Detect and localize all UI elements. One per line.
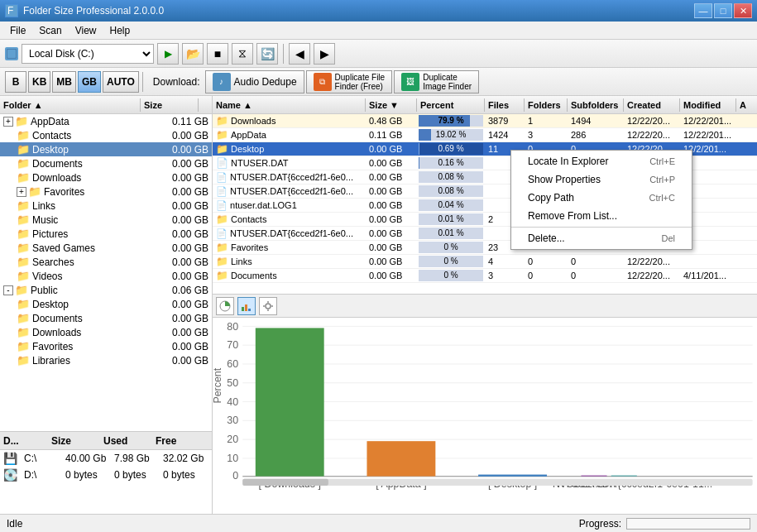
back-button[interactable]: ◀: [289, 43, 310, 65]
tree-label: Favorites: [32, 341, 154, 352]
open-button[interactable]: 📂: [182, 43, 204, 65]
ctx-locate-explorer[interactable]: Locate In Explorer Ctrl+E: [511, 152, 692, 170]
expand-icon[interactable]: +: [17, 187, 26, 197]
tree-node-pub-desktop[interactable]: 📁 Desktop 0.00 GB: [0, 297, 212, 311]
tree-node-music[interactable]: 📁 Music 0.00 GB: [0, 213, 212, 227]
tree-node-favorites[interactable]: + 📁 Favorites 0.00 GB: [0, 185, 212, 199]
file-row-documents[interactable]: 📁 Documents 0.00 GB 0 % 3 0 0 12/22/20..…: [213, 269, 757, 283]
size-gb-button[interactable]: GB: [78, 71, 101, 93]
tree-node-savedgames[interactable]: 📁 Saved Games 0.00 GB: [0, 241, 212, 255]
tree-node-pub-favorites[interactable]: 📁 Favorites 0.00 GB: [0, 339, 212, 353]
tree-label: AppData: [31, 116, 154, 127]
subfolders-col-header[interactable]: Subfolders: [568, 98, 624, 112]
tree-node-videos[interactable]: 📁 Videos 0.00 GB: [0, 269, 212, 283]
file-percent: 0 %: [417, 241, 485, 254]
close-button[interactable]: ✕: [734, 3, 752, 18]
file-subfolders: 286: [568, 129, 624, 141]
dup-file-button[interactable]: ⧉ Duplicate File Finder (Free): [306, 70, 393, 93]
file-size: 0.00 GB: [366, 213, 417, 225]
attr-col-header[interactable]: A: [736, 98, 757, 112]
drive-d-icon: 💽: [3, 468, 17, 482]
file-size: 0.00 GB: [366, 270, 417, 281]
file-row-appdata[interactable]: 📁 AppData 0.11 GB 19.02 % 1424 3 286 12/…: [213, 128, 757, 142]
tree-node-appdata[interactable]: + 📁 AppData 0.11 GB: [0, 114, 212, 128]
expand-icon[interactable]: -: [3, 285, 13, 295]
tree-node-pub-documents[interactable]: 📁 Documents 0.00 GB: [0, 311, 212, 325]
file-row-downloads[interactable]: 📁 Downloads 0.48 GB 79.9 % 3879 1 1494 1…: [213, 114, 757, 128]
tree-size: 0.00 GB: [154, 256, 212, 268]
file-list-area[interactable]: Name ▲ Size ▼ Percent Files Folders Subf…: [213, 96, 757, 295]
download-label: Download:: [153, 76, 200, 88]
menu-help[interactable]: Help: [103, 23, 137, 38]
ctx-remove-list[interactable]: Remove From List...: [511, 207, 692, 225]
file-folders: 0: [525, 270, 568, 281]
size-auto-button[interactable]: AUTO: [103, 71, 139, 93]
forward-button[interactable]: ▶: [314, 43, 335, 65]
file-list-header: Name ▲ Size ▼ Percent Files Folders Subf…: [213, 96, 757, 114]
drive-row-c[interactable]: 💾 C:\ 40.00 Gb 7.98 Gb 32.02 Gb: [0, 450, 212, 467]
main-area: Folder ▲ Size + 📁 AppData 0.11 GB 📁 Cont…: [0, 96, 757, 514]
svg-text:30: 30: [227, 415, 238, 426]
tree-node-links[interactable]: 📁 Links 0.00 GB: [0, 199, 212, 213]
tree-node-downloads[interactable]: 📁 Downloads 0.00 GB: [0, 170, 212, 185]
svg-text:20: 20: [227, 434, 238, 445]
ctx-delete[interactable]: Delete... Del: [511, 229, 692, 247]
tree-node-pictures[interactable]: 📁 Pictures 0.00 GB: [0, 227, 212, 241]
folder-icon: 📁: [17, 171, 30, 184]
ctx-copy-path[interactable]: Copy Path Ctrl+C: [511, 189, 692, 207]
folder-col-header[interactable]: Folder ▲: [0, 98, 141, 112]
tree-size: 0.11 GB: [154, 116, 212, 127]
drive-row-d[interactable]: 💽 D:\ 0 bytes 0 bytes 0 bytes: [0, 467, 212, 483]
size-mb-button[interactable]: MB: [52, 71, 76, 93]
folder-tree[interactable]: + 📁 AppData 0.11 GB 📁 Contacts 0.00 GB 📁…: [0, 114, 212, 431]
size-col-header[interactable]: Size: [141, 98, 199, 112]
filter-button[interactable]: ⧖: [232, 43, 253, 65]
percent-col-header[interactable]: Percent: [417, 98, 485, 112]
file-folders: 3: [525, 129, 568, 141]
file-percent: 0.01 %: [417, 213, 485, 226]
chart-btn-pie[interactable]: [216, 297, 234, 315]
chart-btn-settings[interactable]: [259, 297, 277, 315]
tree-node-searches[interactable]: 📁 Searches 0.00 GB: [0, 255, 212, 269]
size-b-button[interactable]: B: [5, 71, 26, 93]
tree-node-desktop1[interactable]: 📁 Desktop 0.00 GB: [0, 142, 212, 156]
refresh-button[interactable]: 🔄: [256, 43, 278, 65]
menu-file[interactable]: File: [3, 23, 32, 38]
menu-scan[interactable]: Scan: [32, 23, 68, 38]
file-name: 📁 Contacts: [213, 213, 366, 226]
ctx-show-properties[interactable]: Show Properties Ctrl+P: [511, 170, 692, 189]
svg-rect-37: [478, 475, 547, 477]
modified-col-header[interactable]: Modified: [680, 98, 736, 112]
tree-label: Documents: [32, 158, 154, 170]
progress-area: Progress:: [579, 518, 750, 530]
tree-node-public[interactable]: - 📁 Public 0.06 GB: [0, 283, 212, 297]
file-row-links[interactable]: 📁 Links 0.00 GB 0 % 4 0 0 12/22/20...: [213, 255, 757, 269]
folder-icon: 📁: [17, 199, 30, 212]
stop-button[interactable]: ■: [207, 43, 228, 65]
tree-node-documents[interactable]: 📁 Documents 0.00 GB: [0, 156, 212, 170]
tree-node-pub-downloads[interactable]: 📁 Downloads 0.00 GB: [0, 325, 212, 339]
name-col-header[interactable]: Name ▲: [213, 98, 366, 112]
size-kb-button[interactable]: KB: [28, 71, 50, 93]
size-col-header2[interactable]: Size ▼: [366, 98, 417, 112]
dup-image-button[interactable]: 🖼 Duplicate Image Finder: [394, 70, 479, 93]
play-button[interactable]: ▶: [157, 43, 179, 65]
drive-icon: [5, 47, 18, 60]
file-name: 📁 Desktop: [213, 142, 366, 156]
tree-node-pub-libraries[interactable]: 📁 Libraries 0.00 GB: [0, 353, 212, 367]
tree-node-contacts[interactable]: 📁 Contacts 0.00 GB: [0, 128, 212, 142]
folder-icon: 📁: [17, 228, 30, 240]
file-percent: 0.16 %: [417, 156, 485, 170]
audio-dedupe-button[interactable]: ♪ Audio Dedupe: [205, 70, 304, 93]
folder-icon: 📁: [216, 213, 228, 225]
expand-icon[interactable]: +: [3, 117, 13, 127]
minimize-button[interactable]: —: [694, 3, 712, 18]
menu-view[interactable]: View: [69, 23, 103, 38]
maximize-button[interactable]: □: [714, 3, 732, 18]
chart-btn-bar[interactable]: [237, 297, 256, 315]
drive-selector[interactable]: Local Disk (C:): [22, 44, 154, 64]
svg-rect-39: [581, 476, 606, 477]
created-col-header[interactable]: Created: [624, 98, 680, 112]
folders-col-header[interactable]: Folders: [525, 98, 568, 112]
files-col-header[interactable]: Files: [485, 98, 525, 112]
